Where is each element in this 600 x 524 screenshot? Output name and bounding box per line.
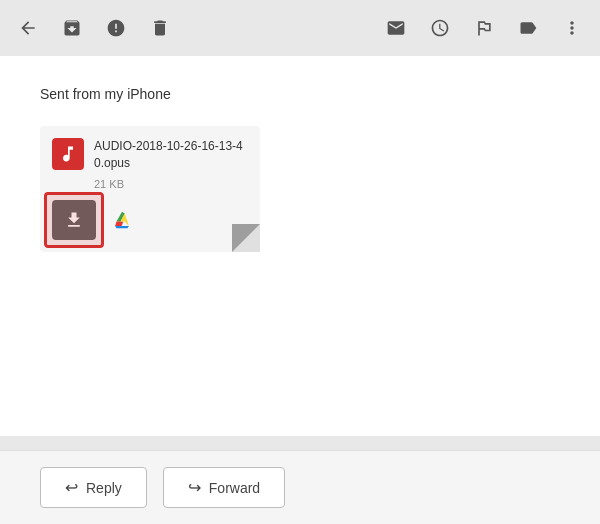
toolbar-right [376, 8, 592, 48]
reply-button[interactable]: ↩ Reply [40, 467, 147, 508]
back-button[interactable] [8, 8, 48, 48]
archive-button[interactable] [52, 8, 92, 48]
toolbar [0, 0, 600, 56]
reply-icon: ↩ [65, 478, 78, 497]
delete-button[interactable] [140, 8, 180, 48]
reply-label: Reply [86, 480, 122, 496]
attachment-card: AUDIO-2018-10-26-16-13-40.opus 21 KB [40, 126, 260, 252]
move-button[interactable] [464, 8, 504, 48]
report-button[interactable] [96, 8, 136, 48]
forward-icon: ↪ [188, 478, 201, 497]
attachment-actions [52, 200, 248, 240]
snooze-button[interactable] [420, 8, 460, 48]
attachment-filename: AUDIO-2018-10-26-16-13-40.opus [94, 138, 248, 172]
save-to-drive-button[interactable] [102, 200, 142, 240]
forward-button[interactable]: ↪ Forward [163, 467, 285, 508]
label-button[interactable] [508, 8, 548, 48]
email-content: Sent from my iPhone AUDIO-2018-10-26-16-… [0, 56, 600, 436]
attachment-size: 21 KB [94, 178, 248, 190]
attachment-header: AUDIO-2018-10-26-16-13-40.opus [52, 138, 248, 172]
mail-button[interactable] [376, 8, 416, 48]
audio-file-icon [52, 138, 84, 170]
more-button[interactable] [552, 8, 592, 48]
action-bar: ↩ Reply ↪ Forward [0, 450, 600, 524]
forward-label: Forward [209, 480, 260, 496]
email-body: Sent from my iPhone [40, 86, 560, 102]
download-button[interactable] [52, 200, 96, 240]
download-highlight [52, 200, 96, 240]
